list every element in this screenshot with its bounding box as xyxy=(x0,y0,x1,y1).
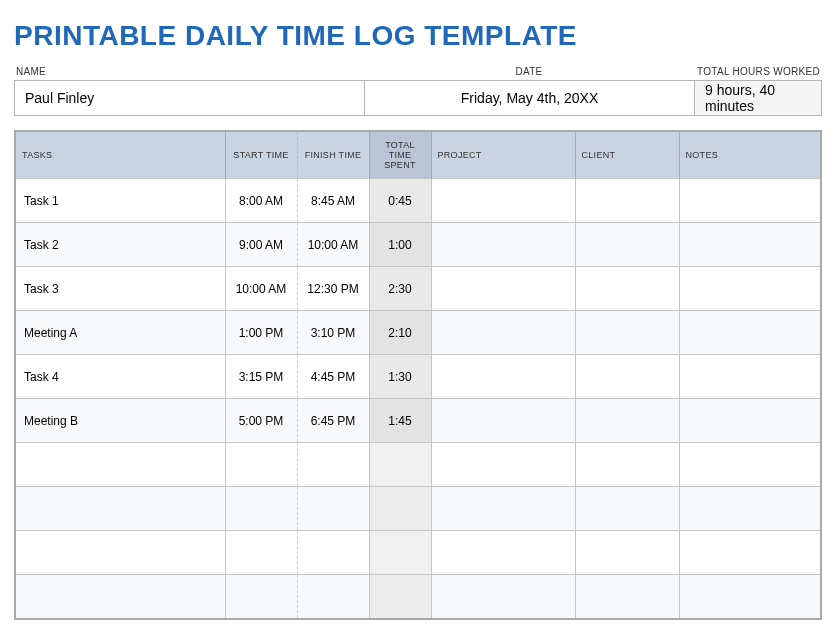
notes-cell xyxy=(679,443,821,487)
label-date: DATE xyxy=(364,66,694,77)
project-cell xyxy=(431,575,575,619)
task-cell: Task 2 xyxy=(15,223,225,267)
table-row: Task 310:00 AM12:30 PM2:30 xyxy=(15,267,821,311)
table-row: Task 43:15 PM4:45 PM1:30 xyxy=(15,355,821,399)
client-cell xyxy=(575,575,679,619)
notes-cell xyxy=(679,311,821,355)
task-cell xyxy=(15,575,225,619)
notes-cell xyxy=(679,267,821,311)
header-client: CLIENT xyxy=(575,131,679,179)
start-cell xyxy=(225,575,297,619)
table-row: Meeting B5:00 PM6:45 PM1:45 xyxy=(15,399,821,443)
total-cell: 0:45 xyxy=(369,179,431,223)
start-cell xyxy=(225,531,297,575)
table-row xyxy=(15,487,821,531)
finish-cell xyxy=(297,487,369,531)
start-cell xyxy=(225,487,297,531)
header-start: START TIME xyxy=(225,131,297,179)
header-tasks: TASKS xyxy=(15,131,225,179)
table-row: Meeting A1:00 PM3:10 PM2:10 xyxy=(15,311,821,355)
task-cell xyxy=(15,443,225,487)
header-notes: NOTES xyxy=(679,131,821,179)
table-header-row: TASKS START TIME FINISH TIME TOTAL TIME … xyxy=(15,131,821,179)
finish-cell: 4:45 PM xyxy=(297,355,369,399)
client-cell xyxy=(575,311,679,355)
header-total-spent: TOTAL TIME SPENT xyxy=(369,131,431,179)
meta-labels-row: NAME DATE TOTAL HOURS WORKED xyxy=(14,66,822,77)
notes-cell xyxy=(679,179,821,223)
notes-cell xyxy=(679,399,821,443)
start-cell xyxy=(225,443,297,487)
task-cell: Task 3 xyxy=(15,267,225,311)
total-cell: 1:45 xyxy=(369,399,431,443)
date-cell: Friday, May 4th, 20XX xyxy=(365,81,695,115)
finish-cell xyxy=(297,575,369,619)
client-cell xyxy=(575,487,679,531)
page-title: PRINTABLE DAILY TIME LOG TEMPLATE xyxy=(14,20,822,52)
finish-cell: 8:45 AM xyxy=(297,179,369,223)
client-cell xyxy=(575,531,679,575)
label-total-hours: TOTAL HOURS WORKED xyxy=(694,66,822,77)
table-row: Task 18:00 AM8:45 AM0:45 xyxy=(15,179,821,223)
finish-cell: 10:00 AM xyxy=(297,223,369,267)
finish-cell: 3:10 PM xyxy=(297,311,369,355)
notes-cell xyxy=(679,531,821,575)
client-cell xyxy=(575,223,679,267)
total-cell xyxy=(369,575,431,619)
time-log-table: TASKS START TIME FINISH TIME TOTAL TIME … xyxy=(14,130,822,620)
total-cell: 1:30 xyxy=(369,355,431,399)
meta-values-row: Paul Finley Friday, May 4th, 20XX 9 hour… xyxy=(14,80,822,116)
project-cell xyxy=(431,531,575,575)
client-cell xyxy=(575,355,679,399)
total-cell: 1:00 xyxy=(369,223,431,267)
project-cell xyxy=(431,355,575,399)
project-cell xyxy=(431,223,575,267)
task-cell: Task 1 xyxy=(15,179,225,223)
project-cell xyxy=(431,399,575,443)
start-cell: 8:00 AM xyxy=(225,179,297,223)
table-row xyxy=(15,531,821,575)
total-cell xyxy=(369,487,431,531)
total-cell: 2:30 xyxy=(369,267,431,311)
project-cell xyxy=(431,179,575,223)
finish-cell: 12:30 PM xyxy=(297,267,369,311)
total-hours-cell: 9 hours, 40 minutes xyxy=(695,81,821,115)
total-cell: 2:10 xyxy=(369,311,431,355)
start-cell: 1:00 PM xyxy=(225,311,297,355)
project-cell xyxy=(431,267,575,311)
client-cell xyxy=(575,267,679,311)
table-row xyxy=(15,575,821,619)
total-cell xyxy=(369,443,431,487)
table-row: Task 29:00 AM10:00 AM1:00 xyxy=(15,223,821,267)
task-cell xyxy=(15,531,225,575)
task-cell: Meeting B xyxy=(15,399,225,443)
header-finish: FINISH TIME xyxy=(297,131,369,179)
client-cell xyxy=(575,399,679,443)
total-cell xyxy=(369,531,431,575)
client-cell xyxy=(575,179,679,223)
label-name: NAME xyxy=(14,66,364,77)
task-cell: Task 4 xyxy=(15,355,225,399)
notes-cell xyxy=(679,575,821,619)
finish-cell xyxy=(297,531,369,575)
notes-cell xyxy=(679,223,821,267)
finish-cell xyxy=(297,443,369,487)
table-row xyxy=(15,443,821,487)
task-cell: Meeting A xyxy=(15,311,225,355)
project-cell xyxy=(431,487,575,531)
project-cell xyxy=(431,311,575,355)
header-project: PROJECT xyxy=(431,131,575,179)
start-cell: 9:00 AM xyxy=(225,223,297,267)
start-cell: 3:15 PM xyxy=(225,355,297,399)
finish-cell: 6:45 PM xyxy=(297,399,369,443)
notes-cell xyxy=(679,355,821,399)
task-cell xyxy=(15,487,225,531)
start-cell: 10:00 AM xyxy=(225,267,297,311)
project-cell xyxy=(431,443,575,487)
start-cell: 5:00 PM xyxy=(225,399,297,443)
name-cell: Paul Finley xyxy=(15,81,365,115)
client-cell xyxy=(575,443,679,487)
notes-cell xyxy=(679,487,821,531)
